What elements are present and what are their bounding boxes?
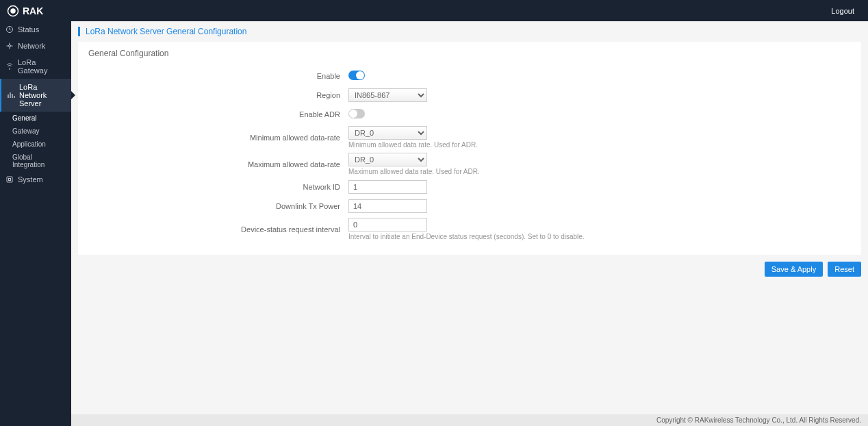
page-header: LoRa Network Server General Configuratio… xyxy=(71,21,868,42)
select-max-dr[interactable]: DR_0 xyxy=(348,153,427,166)
brand-text: RAK xyxy=(23,5,43,16)
label-downlink-tx: Downlink Tx Power xyxy=(88,202,348,210)
svg-point-3 xyxy=(9,45,11,47)
network-icon xyxy=(5,42,14,50)
page-title: LoRa Network Server General Configuratio… xyxy=(78,27,861,36)
footer: Copyright © RAKwireless Technology Co., … xyxy=(71,414,868,426)
row-enable: Enable xyxy=(88,68,851,84)
panel-subtitle: General Configuration xyxy=(88,49,851,58)
sidebar-label: Network xyxy=(18,42,45,50)
sidebar-label: LoRa Gateway xyxy=(18,58,66,75)
sidebar-label: Status xyxy=(18,25,39,34)
row-network-id: Network ID xyxy=(88,179,851,195)
row-min-dr: Minimum allowed data-rate DR_0 Minimum a… xyxy=(88,126,851,149)
toggle-enable[interactable] xyxy=(348,71,365,80)
label-network-id: Network ID xyxy=(88,183,348,191)
brand-logo: RAK xyxy=(7,5,43,17)
row-device-status: Device-status request interval Interval … xyxy=(88,218,851,240)
rak-logo-icon xyxy=(7,5,19,17)
sidebar-subitem-gateway[interactable]: Gateway xyxy=(0,125,71,138)
sidebar-item-lora-gateway[interactable]: LoRa Gateway xyxy=(0,54,71,79)
label-max-dr: Maximum allowed data-rate xyxy=(88,160,348,168)
label-region: Region xyxy=(88,91,348,99)
logout-link[interactable]: Logout xyxy=(831,7,854,15)
sidebar-subitem-global-integration[interactable]: Global Integration xyxy=(0,151,71,171)
input-device-status[interactable] xyxy=(348,218,427,231)
sidebar-subitem-application[interactable]: Application xyxy=(0,138,71,151)
sidebar-label: LoRa Network Server xyxy=(19,83,66,108)
server-icon xyxy=(7,91,15,99)
label-enable: Enable xyxy=(88,72,348,80)
sidebar-subitem-general[interactable]: General xyxy=(0,112,71,125)
sidebar-item-lora-network-server[interactable]: LoRa Network Server xyxy=(0,79,71,112)
reset-button[interactable]: Reset xyxy=(828,262,861,277)
input-network-id[interactable] xyxy=(348,180,427,194)
input-downlink-tx[interactable] xyxy=(348,199,427,213)
svg-rect-4 xyxy=(7,177,12,182)
sidebar-item-status[interactable]: Status xyxy=(0,21,71,38)
sidebar-label: System xyxy=(18,175,43,184)
label-enable-adr: Enable ADR xyxy=(88,110,348,118)
row-max-dr: Maximum allowed data-rate DR_0 Maximum a… xyxy=(88,153,851,175)
help-device-status: Interval to initiate an End-Device statu… xyxy=(348,233,691,240)
row-downlink-tx: Downlink Tx Power xyxy=(88,199,851,214)
label-min-dr: Minimum allowed data-rate xyxy=(88,134,348,142)
toggle-enable-adr[interactable] xyxy=(348,109,365,118)
sidebar-item-network[interactable]: Network xyxy=(0,38,71,54)
save-apply-button[interactable]: Save & Apply xyxy=(765,262,823,277)
copyright-text: Copyright © RAKwireless Technology Co., … xyxy=(656,416,861,424)
help-min-dr: Minimum allowed data rate. Used for ADR. xyxy=(348,141,691,149)
dashboard-icon xyxy=(5,25,14,34)
select-region[interactable]: IN865-867 xyxy=(348,88,427,102)
app-header: RAK Logout xyxy=(0,0,868,21)
label-device-status: Device-status request interval xyxy=(88,225,348,234)
select-min-dr[interactable]: DR_0 xyxy=(348,126,427,140)
svg-rect-5 xyxy=(9,179,11,181)
help-max-dr: Maximum allowed data rate. Used for ADR. xyxy=(348,168,691,175)
main-content: LoRa Network Server General Configuratio… xyxy=(71,21,868,426)
svg-point-1 xyxy=(10,8,16,14)
sidebar-item-system[interactable]: System xyxy=(0,171,71,188)
antenna-icon xyxy=(5,62,14,71)
sidebar-nav: Status Network LoRa Gateway LoRa Network… xyxy=(0,21,71,426)
config-panel: General Configuration Enable Region IN86… xyxy=(78,42,861,255)
row-enable-adr: Enable ADR xyxy=(88,107,851,122)
gear-icon xyxy=(5,175,14,184)
action-buttons: Save & Apply Reset xyxy=(78,262,861,277)
row-region: Region IN865-867 xyxy=(88,88,851,103)
